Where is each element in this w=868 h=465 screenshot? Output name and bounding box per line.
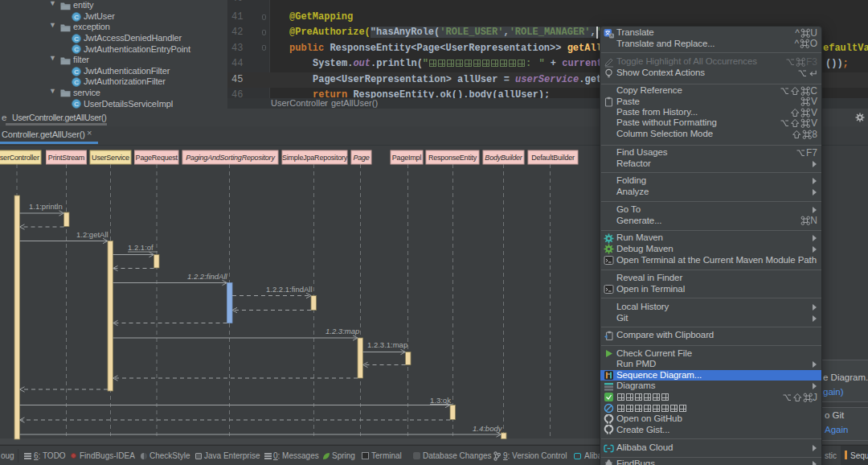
svg-text:1.1:println: 1.1:println (29, 202, 63, 211)
svg-text:C: C (74, 13, 79, 20)
svg-text:SimpleJpaRepository: SimpleJpaRepository (282, 154, 348, 162)
svg-text:1.2.1:of: 1.2.1:of (128, 243, 154, 252)
svg-text:PageRequest: PageRequest (136, 154, 178, 162)
svg-text:PageImpl: PageImpl (392, 154, 422, 162)
svg-text:A: A (610, 33, 613, 38)
svg-text:UserService: UserService (92, 154, 129, 162)
svg-text:BodyBuilder: BodyBuilder (485, 154, 523, 162)
svg-text:C: C (74, 101, 79, 108)
svg-text:1.3:ok: 1.3:ok (430, 396, 451, 405)
svg-text:C: C (74, 79, 79, 86)
svg-text:Page: Page (353, 154, 369, 162)
svg-text:C: C (74, 68, 79, 75)
svg-text:DefaultBuilder: DefaultBuilder (531, 154, 575, 162)
svg-text:1.2.2.1:findAll: 1.2.2.1:findAll (266, 285, 313, 294)
svg-text:1.2.3:map: 1.2.3:map (326, 327, 359, 335)
svg-text:1.4:body: 1.4:body (473, 424, 503, 433)
svg-text:PagingAndSortingRepository: PagingAndSortingRepository (186, 154, 275, 162)
svg-text:C: C (74, 35, 79, 43)
svg-text:PrintStream: PrintStream (48, 154, 84, 162)
svg-text:1.2.2:findAll: 1.2.2:findAll (187, 272, 228, 281)
svg-text:1.2:getAll: 1.2:getAll (76, 230, 108, 239)
svg-text:UserController: UserController (0, 154, 39, 162)
svg-text:1.2.3.1:map: 1.2.3.1:map (367, 340, 407, 349)
svg-text:C: C (74, 46, 79, 53)
svg-text:ResponseEntity: ResponseEntity (428, 154, 477, 162)
